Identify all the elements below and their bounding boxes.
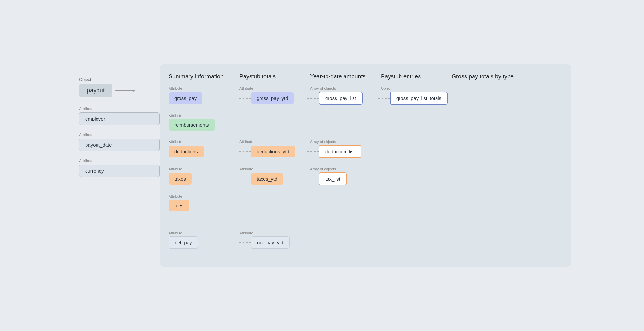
row-taxes: Attribute Attribute Array of objects tax… [169,167,562,187]
currency-attr-label: Attribute [79,159,160,163]
payout-date-node: payout_date [79,139,160,151]
sidebar-attr-currency: Attribute currency [79,159,160,177]
row-fees: Attribute fees [169,194,562,213]
object-box: payout [79,84,112,97]
deductions-nodes-line: deductions deductions_ytd deduction_list [169,145,562,158]
section-divider [169,226,562,226]
employer-node: employer [79,112,160,125]
fees-label-row: Attribute [169,194,562,198]
label-tax-list-array: Array of objects [310,167,381,171]
label-gross-pay-attr: Attribute [169,86,239,90]
net-pay-node: net_pay [169,236,198,249]
employer-attr-label: Attribute [79,107,160,111]
deduction-list-node: deduction_list [319,145,361,158]
label-deductions-attr: Attribute [169,140,239,144]
header-row: Summary information Paystub totals Year-… [169,73,562,80]
reimbursements-label-row: Attribute [169,114,562,118]
label-net-pay-attr: Attribute [169,231,239,235]
col-header-paystub-totals: Paystub totals [239,73,310,80]
right-section: Summary information Paystub totals Year-… [160,64,571,267]
left-section: Object payout Attribute employer Attribu… [73,64,160,267]
arrow-line [115,90,135,91]
taxes-nodes-line: taxes taxes_ytd tax_list [169,172,562,185]
sidebar-attr-payout-date: Attribute payout_date [79,133,160,151]
deductions-label-row: Attribute Attribute Array of objects [169,140,562,144]
label-taxes-attr: Attribute [169,167,239,171]
gross-pay-node: gross_pay [169,92,202,104]
taxes-ytd-node: taxes_ytd [251,173,283,185]
fees-nodes-line: fees [169,200,562,211]
reimbursements-nodes-line: reimbursements [169,119,562,131]
sidebar-attr-employer: Attribute employer [79,107,160,125]
row-net-pay: Attribute Attribute net_pay net_pay_ytd [169,231,562,251]
col-header-summary: Summary information [169,73,239,80]
gross-pay-ytd-node: gross_pay_ytd [251,92,294,104]
content-grid: Attribute Attribute Array of objects Obj… [169,86,562,258]
net-pay-label-row: Attribute Attribute [169,231,562,235]
gross-pay-list-node: gross_pay_list [319,92,363,105]
taxes-label-row: Attribute Attribute Array of objects [169,167,562,171]
net-pay-ytd-node: net_pay_ytd [251,236,290,249]
label-reimbursements-attr: Attribute [169,114,239,118]
label-net-pay-ytd-attr: Attribute [239,231,310,235]
label-deduction-list-array: Array of objects [310,140,381,144]
label-gross-pay-ytd-attr: Attribute [239,86,310,90]
payout-date-attr-label: Attribute [79,133,160,137]
sidebar-attrs: Attribute employer Attribute payout_date… [79,107,160,177]
row-gross-pay: Attribute Attribute Array of objects Obj… [169,86,562,107]
col-header-entries: Paystub entries [381,73,452,80]
page-layout: Object payout Attribute employer Attribu… [73,64,571,267]
col-header-ytd: Year-to-date amounts [310,73,381,80]
fees-node: fees [169,200,189,211]
label-fees-attr: Attribute [169,194,239,198]
taxes-node: taxes [169,173,192,185]
deductions-ytd-node: deductions_ytd [251,146,295,157]
row-deductions: Attribute Attribute Array of objects ded… [169,140,562,160]
label-deductions-ytd-attr: Attribute [239,140,310,144]
gross-pay-nodes-line: gross_pay gross_pay_ytd gross_pay_list g… [169,92,562,105]
gross-pay-label-row: Attribute Attribute Array of objects Obj… [169,86,562,90]
reimbursements-node: reimbursements [169,119,215,131]
col-header-gross-totals: Gross pay totals by type [452,73,529,80]
net-pay-nodes-line: net_pay net_pay_ytd [169,236,562,249]
currency-node: currency [79,165,160,177]
tax-list-node: tax_list [319,172,347,185]
label-gross-pay-list-array: Array of objects [310,86,381,90]
deductions-node: deductions [169,146,204,157]
label-gross-pay-list-totals-obj: Object [381,86,452,90]
object-label: Object [79,77,91,82]
gross-pay-list-totals-node: gross_pay_list_totals [390,92,448,105]
row-reimbursements: Attribute reimbursements [169,114,562,133]
label-taxes-ytd-attr: Attribute [239,167,310,171]
